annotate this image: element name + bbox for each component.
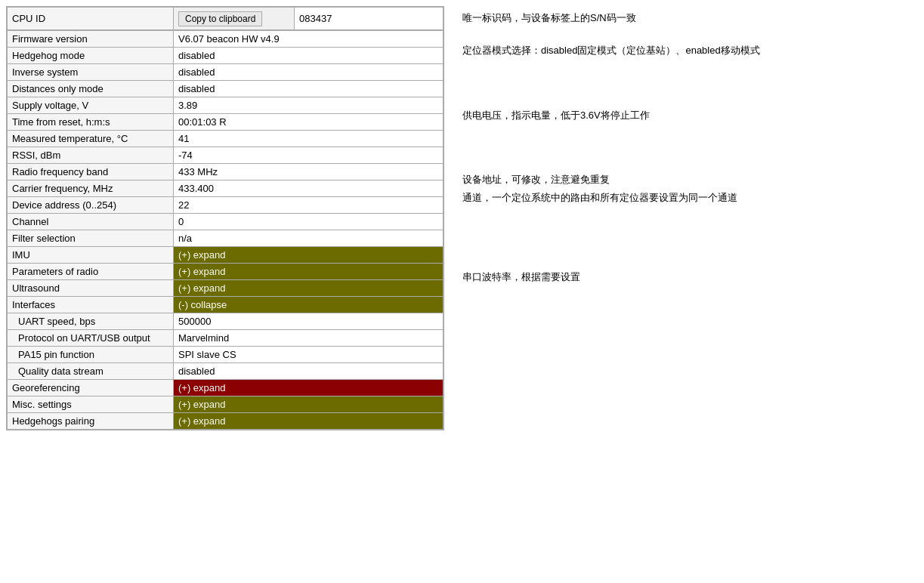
table-row: Parameters of radio(+) expand bbox=[8, 264, 443, 280]
param-label: Ultrasound bbox=[8, 280, 174, 297]
param-label: Parameters of radio bbox=[8, 264, 174, 280]
table-row: Firmware versionV6.07 beacon HW v4.9 bbox=[8, 31, 443, 48]
table-row: Distances only modedisabled bbox=[8, 81, 443, 97]
param-label: Device address (0..254) bbox=[8, 197, 174, 214]
param-value[interactable]: (+) expand bbox=[174, 380, 443, 396]
table-row: Quality data streamdisabled bbox=[8, 363, 443, 380]
param-value[interactable]: (+) expand bbox=[174, 264, 443, 280]
table-row: UART speed, bps500000 bbox=[8, 313, 443, 330]
table-row: Protocol on UART/USB outputMarvelmind bbox=[8, 330, 443, 347]
table-row: Interfaces(-) collapse bbox=[8, 297, 443, 313]
table-row: Channel0 bbox=[8, 214, 443, 230]
note-3: 供电电压，指示电量，低于3.6V将停止工作 bbox=[462, 106, 912, 124]
param-value[interactable]: (+) expand bbox=[174, 413, 443, 430]
param-value: 0 bbox=[174, 214, 443, 230]
note-4: 设备地址，可修改，注意避免重复 bbox=[462, 171, 912, 188]
param-value[interactable]: (-) collapse bbox=[174, 297, 443, 313]
param-value: 500000 bbox=[174, 313, 443, 330]
param-value: Marvelmind bbox=[174, 330, 443, 347]
note-1: 唯一标识码，与设备标签上的S/N码一致 bbox=[462, 9, 912, 26]
main-container: CPU ID Copy to clipboard 083437 Firmware… bbox=[0, 0, 924, 436]
table-row: Time from reset, h:m:s00:01:03 R bbox=[8, 114, 443, 131]
param-label: Distances only mode bbox=[8, 81, 174, 97]
table-row: Supply voltage, V3.89 bbox=[8, 97, 443, 114]
param-label: UART speed, bps bbox=[8, 313, 174, 330]
param-label: Quality data stream bbox=[8, 363, 174, 380]
params-table: Firmware versionV6.07 beacon HW v4.9Hedg… bbox=[7, 30, 443, 430]
param-label: RSSI, dBm bbox=[8, 147, 174, 164]
left-panel: CPU ID Copy to clipboard 083437 Firmware… bbox=[6, 6, 444, 430]
table-row: Hedgehogs pairing(+) expand bbox=[8, 413, 443, 430]
copy-to-clipboard-button[interactable]: Copy to clipboard bbox=[178, 11, 262, 26]
table-row: IMU(+) expand bbox=[8, 247, 443, 264]
header-row: CPU ID Copy to clipboard 083437 bbox=[8, 8, 443, 30]
table-row: Radio frequency band433 MHz bbox=[8, 164, 443, 180]
table-row: Ultrasound(+) expand bbox=[8, 280, 443, 297]
param-label: Georeferencing bbox=[8, 380, 174, 396]
header-table: CPU ID Copy to clipboard 083437 bbox=[7, 7, 443, 30]
param-value: 41 bbox=[174, 131, 443, 147]
param-value: disabled bbox=[174, 48, 443, 64]
param-label: Hedgehog mode bbox=[8, 48, 174, 64]
param-value: SPI slave CS bbox=[174, 347, 443, 363]
param-value: 433 MHz bbox=[174, 164, 443, 180]
cpu-id-value-cell: 083437 bbox=[295, 8, 443, 30]
param-value[interactable]: (+) expand bbox=[174, 280, 443, 297]
spacer-3 bbox=[462, 125, 912, 171]
param-label: Channel bbox=[8, 214, 174, 230]
right-panel: 唯一标识码，与设备标签上的S/N码一致 定位器模式选择：disabled固定模式… bbox=[456, 6, 918, 430]
param-label: Radio frequency band bbox=[8, 164, 174, 180]
table-row: PA15 pin functionSPI slave CS bbox=[8, 347, 443, 363]
param-label: Time from reset, h:m:s bbox=[8, 114, 174, 131]
param-value: 00:01:03 R bbox=[174, 114, 443, 131]
param-label: Filter selection bbox=[8, 230, 174, 247]
table-row: Inverse systemdisabled bbox=[8, 64, 443, 81]
param-value: disabled bbox=[174, 81, 443, 97]
note-5: 通道，一个定位系统中的路由和所有定位器要设置为同一个通道 bbox=[462, 189, 912, 206]
param-label: Carrier frequency, MHz bbox=[8, 180, 174, 197]
table-row: Device address (0..254)22 bbox=[8, 197, 443, 214]
table-row: Hedgehog modedisabled bbox=[8, 48, 443, 64]
table-row: Misc. settings(+) expand bbox=[8, 396, 443, 413]
param-value: disabled bbox=[174, 363, 443, 380]
table-row: Georeferencing(+) expand bbox=[8, 380, 443, 396]
param-label: Interfaces bbox=[8, 297, 174, 313]
param-label: IMU bbox=[8, 247, 174, 264]
param-value: disabled bbox=[174, 64, 443, 81]
cpu-id-label: CPU ID bbox=[12, 13, 45, 24]
param-label: Hedgehogs pairing bbox=[8, 413, 174, 430]
param-value[interactable]: (+) expand bbox=[174, 247, 443, 264]
param-label: Supply voltage, V bbox=[8, 97, 174, 114]
param-label: Firmware version bbox=[8, 31, 174, 48]
spacer-2 bbox=[462, 61, 912, 106]
spacer-1 bbox=[462, 28, 912, 42]
cpu-id-value: 083437 bbox=[299, 13, 332, 24]
param-value[interactable]: (+) expand bbox=[174, 396, 443, 413]
param-label: Inverse system bbox=[8, 64, 174, 81]
param-label: Measured temperature, °C bbox=[8, 131, 174, 147]
param-label: PA15 pin function bbox=[8, 347, 174, 363]
param-value: 433.400 bbox=[174, 180, 443, 197]
param-label: Misc. settings bbox=[8, 396, 174, 413]
copy-button-cell[interactable]: Copy to clipboard bbox=[174, 8, 295, 30]
table-row: Measured temperature, °C41 bbox=[8, 131, 443, 147]
param-value: 3.89 bbox=[174, 97, 443, 114]
param-value: n/a bbox=[174, 230, 443, 247]
table-row: Carrier frequency, MHz433.400 bbox=[8, 180, 443, 197]
table-row: Filter selectionn/a bbox=[8, 230, 443, 247]
param-value: 22 bbox=[174, 197, 443, 214]
note-2: 定位器模式选择：disabled固定模式（定位基站）、enabled移动模式 bbox=[462, 42, 912, 59]
param-value: -74 bbox=[174, 147, 443, 164]
spacer-4 bbox=[462, 208, 912, 268]
note-6: 串口波特率，根据需要设置 bbox=[462, 268, 912, 285]
table-row: RSSI, dBm-74 bbox=[8, 147, 443, 164]
param-label: Protocol on UART/USB output bbox=[8, 330, 174, 347]
param-value: V6.07 beacon HW v4.9 bbox=[174, 31, 443, 48]
cpu-id-label-cell: CPU ID bbox=[8, 8, 174, 30]
